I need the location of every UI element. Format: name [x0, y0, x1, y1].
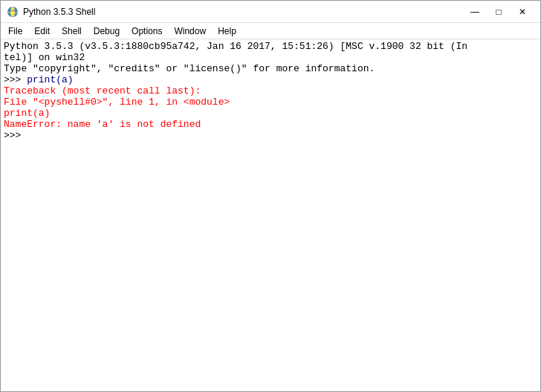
menu-options[interactable]: Options	[126, 24, 168, 38]
close-button[interactable]: ✕	[511, 1, 534, 23]
traceback-call: print(a)	[4, 108, 537, 119]
maximize-button[interactable]: □	[487, 1, 511, 23]
prompt-2: >>>	[4, 130, 21, 141]
info-line-3: Type "copyright", "credits" or "license(…	[4, 63, 537, 74]
menu-help[interactable]: Help	[212, 24, 242, 38]
minimize-button[interactable]: —	[463, 1, 487, 23]
window-icon	[7, 6, 19, 18]
menu-debug[interactable]: Debug	[88, 24, 126, 38]
error-message: NameError: name 'a' is not defined	[4, 119, 537, 130]
command-1: print(a)	[27, 74, 73, 85]
prompt-1: >>>	[4, 74, 27, 85]
window-title: Python 3.5.3 Shell	[23, 7, 463, 17]
title-bar: Python 3.5.3 Shell — □ ✕	[1, 1, 540, 23]
menu-shell[interactable]: Shell	[56, 24, 88, 38]
prompt-line-1: >>> print(a)	[4, 74, 537, 85]
info-line-2: tel)] on win32	[4, 52, 537, 63]
python-shell-window: Python 3.5.3 Shell — □ ✕ File Edit Shell…	[0, 0, 541, 392]
menu-edit[interactable]: Edit	[28, 24, 56, 38]
shell-output[interactable]: Python 3.5.3 (v3.5.3:1880cb95a742, Jan 1…	[1, 39, 540, 391]
svg-point-1	[10, 7, 15, 17]
window-controls: — □ ✕	[463, 1, 534, 23]
traceback-header: Traceback (most recent call last):	[4, 85, 537, 97]
info-line-1: Python 3.5.3 (v3.5.3:1880cb95a742, Jan 1…	[4, 41, 537, 52]
shell-wrapper: Python 3.5.3 (v3.5.3:1880cb95a742, Jan 1…	[1, 39, 540, 391]
menu-bar: File Edit Shell Debug Options Window Hel…	[1, 23, 540, 39]
prompt-line-2: >>>	[4, 130, 537, 141]
menu-file[interactable]: File	[2, 24, 28, 38]
traceback-file: File "<pyshell#0>", line 1, in <module>	[4, 97, 537, 108]
menu-window[interactable]: Window	[168, 24, 212, 38]
